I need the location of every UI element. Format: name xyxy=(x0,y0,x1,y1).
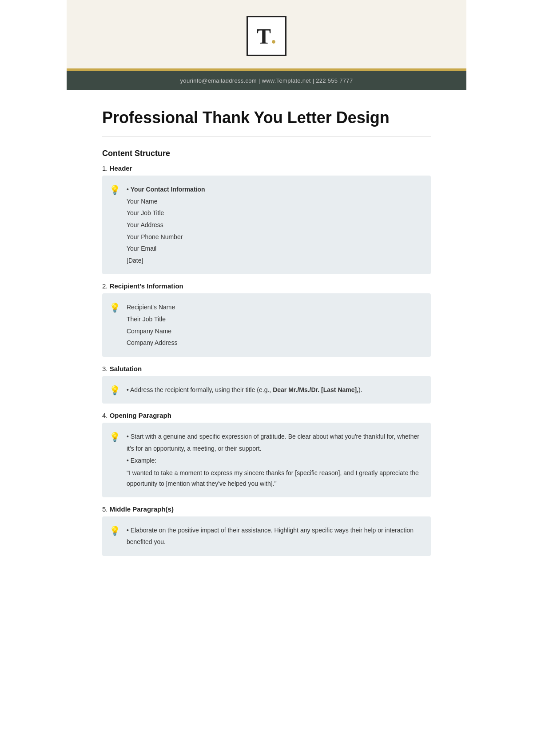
section-5-label: 5. Middle Paragraph(s) xyxy=(102,505,431,513)
section-3-number: 3. xyxy=(102,365,110,372)
section-4-number: 4. xyxy=(102,412,110,419)
section-5-box: 💡 Elaborate on the positive impact of th… xyxy=(102,516,431,556)
section-1-label: 1. Header xyxy=(102,164,431,172)
opening-bullet-2-label: Example: xyxy=(127,455,420,467)
section-1-number: 1. xyxy=(102,164,110,172)
contact-info: yourinfo@emailaddress.com | www.Template… xyxy=(180,77,353,84)
section-3-label: 3. Salutation xyxy=(102,365,431,372)
top-header: T. xyxy=(67,0,466,68)
bulb-icon-2: 💡 xyxy=(109,302,120,313)
recipient-address: Company Address xyxy=(127,337,177,349)
section-3-box: 💡 Address the recipient formally, using … xyxy=(102,376,431,404)
section-5-title: Middle Paragraph(s) xyxy=(110,505,174,513)
section-4-title: Opening Paragraph xyxy=(110,412,171,419)
section-5-content: Elaborate on the positive impact of thei… xyxy=(127,524,420,548)
middle-bullet-1: Elaborate on the positive impact of thei… xyxy=(127,524,420,548)
salutation-text: Address the recipient formally, using th… xyxy=(130,386,362,393)
section-1-box: 💡 Your Contact Information Your Name You… xyxy=(102,176,431,274)
contact-item-name: Your Name xyxy=(127,196,205,208)
section-4-content: Start with a genuine and specific expres… xyxy=(127,431,420,489)
section-3-content: Address the recipient formally, using th… xyxy=(127,384,362,396)
logo-box: T. xyxy=(247,16,286,56)
content-structure-heading: Content Structure xyxy=(102,149,431,158)
section-4-label: 4. Opening Paragraph xyxy=(102,412,431,419)
bulb-icon-5: 💡 xyxy=(109,525,120,536)
salutation-example: Dear Mr./Ms./Dr. [Last Name], xyxy=(273,386,358,393)
logo-letter: T xyxy=(257,24,271,48)
section-3-title: Salutation xyxy=(110,365,142,372)
section-1-title: Header xyxy=(110,164,132,172)
contact-item-job-title: Your Job Title xyxy=(127,207,205,219)
contact-item-address: Your Address xyxy=(127,219,205,231)
section-5-number: 5. xyxy=(102,505,110,513)
section-4: 4. Opening Paragraph 💡 Start with a genu… xyxy=(102,412,431,497)
section-2: 2. Recipient's Information 💡 Recipient's… xyxy=(102,282,431,356)
section-2-title: Recipient's Information xyxy=(110,282,183,290)
section-2-box: 💡 Recipient's Name Their Job Title Compa… xyxy=(102,293,431,356)
section-1: 1. Header 💡 Your Contact Information You… xyxy=(102,164,431,274)
page-title: Professional Thank You Letter Design xyxy=(102,108,431,127)
recipient-job-title: Their Job Title xyxy=(127,313,177,325)
section-2-label: 2. Recipient's Information xyxy=(102,282,431,290)
contact-bar: yourinfo@emailaddress.com | www.Template… xyxy=(67,71,466,90)
section-5: 5. Middle Paragraph(s) 💡 Elaborate on th… xyxy=(102,505,431,556)
bulb-icon-4: 💡 xyxy=(109,432,120,442)
title-divider xyxy=(102,136,431,136)
recipient-company: Company Name xyxy=(127,325,177,337)
recipient-name: Recipient's Name xyxy=(127,301,177,313)
contact-item-date: [Date] xyxy=(127,255,205,267)
bulb-icon-3: 💡 xyxy=(109,385,120,396)
opening-quote: "I wanted to take a moment to express my… xyxy=(127,468,420,489)
opening-bullet-1: Start with a genuine and specific expres… xyxy=(127,431,420,454)
section-4-box: 💡 Start with a genuine and specific expr… xyxy=(102,423,431,497)
main-content: Professional Thank You Letter Design Con… xyxy=(67,90,466,591)
section-3: 3. Salutation 💡 Address the recipient fo… xyxy=(102,365,431,404)
logo-dot: . xyxy=(271,24,276,48)
section-1-sub-label: Your Contact Information xyxy=(131,186,205,193)
section-1-content: Your Contact Information Your Name Your … xyxy=(127,184,205,266)
contact-item-email: Your Email xyxy=(127,243,205,255)
bulb-icon-1: 💡 xyxy=(109,184,120,195)
section-2-number: 2. xyxy=(102,282,110,290)
section-2-content: Recipient's Name Their Job Title Company… xyxy=(127,301,177,348)
contact-item-phone: Your Phone Number xyxy=(127,231,205,243)
